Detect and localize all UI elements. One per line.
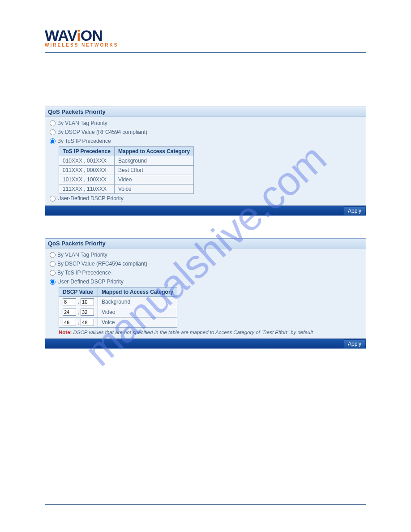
tos-cell: 111XXX , 110XXX bbox=[59, 184, 115, 194]
table-row: , Voice bbox=[59, 317, 177, 328]
radio-dscp-label: By DSCP Value (RFC4594 compliant) bbox=[57, 261, 147, 267]
tos-cell: 010XXX , 001XXX bbox=[59, 156, 115, 166]
radio-user-dscp[interactable] bbox=[50, 279, 56, 285]
dscp-input-a[interactable] bbox=[63, 319, 76, 326]
th-tos: ToS IP Precedence bbox=[59, 147, 115, 156]
dscp-input-b[interactable] bbox=[81, 298, 94, 305]
radio-vlan-priority[interactable] bbox=[50, 252, 56, 258]
radio-dscp-label: By DSCP Value (RFC4594 compliant) bbox=[57, 129, 147, 135]
dscp-inputs-cell: , bbox=[59, 297, 98, 307]
cat-cell: Video bbox=[114, 175, 193, 184]
logo-text-1: WAV bbox=[45, 27, 77, 44]
cat-cell: Background bbox=[98, 297, 177, 307]
radio-dscp-value[interactable] bbox=[50, 261, 56, 267]
dscp-input-a[interactable] bbox=[63, 309, 76, 316]
dscp-input-b[interactable] bbox=[81, 309, 94, 316]
radio-vlan-label: By VLAN Tag Priority bbox=[57, 252, 107, 258]
dscp-inputs-cell: , bbox=[59, 317, 98, 328]
tos-cell: 101XXX , 100XXX bbox=[59, 175, 115, 184]
radio-user-dscp[interactable] bbox=[50, 196, 56, 202]
dscp-input-b[interactable] bbox=[81, 319, 94, 326]
cat-cell: Background bbox=[114, 156, 193, 166]
apply-button[interactable]: Apply bbox=[344, 206, 365, 215]
radio-vlan-priority[interactable] bbox=[50, 120, 56, 126]
table-row: 011XXX , 000XXX Best Effort bbox=[59, 166, 194, 175]
note-label: Note: bbox=[59, 330, 72, 335]
radio-tos-label: By ToS IP Precedence bbox=[57, 270, 111, 276]
panel-title: QoS Packets Priority bbox=[45, 107, 366, 117]
th-category: Mapped to Access Category bbox=[114, 147, 193, 156]
table-row: , Background bbox=[59, 297, 177, 307]
th-dscp: DSCP Value bbox=[59, 287, 98, 297]
logo-brand: WAViON bbox=[45, 27, 366, 44]
radio-user-dscp-label: User-Defined DSCP Priority bbox=[57, 279, 124, 285]
tos-cell: 011XXX , 000XXX bbox=[59, 166, 115, 175]
radio-tos-label: By ToS IP Precedence bbox=[57, 138, 111, 144]
radio-dscp-value[interactable] bbox=[50, 129, 56, 135]
th-category: Mapped to Access Category bbox=[98, 287, 177, 297]
radio-tos-precedence[interactable] bbox=[50, 270, 56, 276]
table-row: , Video bbox=[59, 307, 177, 317]
wavion-logo: WAViON WIRELESS NETWORKS bbox=[45, 27, 366, 47]
dscp-user-table: DSCP Value Mapped to Access Category , B… bbox=[59, 287, 177, 328]
cat-cell: Voice bbox=[98, 317, 177, 328]
cat-cell: Voice bbox=[114, 184, 193, 194]
qos-panel-tos: QoS Packets Priority By VLAN Tag Priorit… bbox=[45, 107, 366, 216]
dscp-input-a[interactable] bbox=[63, 298, 76, 305]
table-row: 111XXX , 110XXX Voice bbox=[59, 184, 194, 194]
cat-cell: Video bbox=[98, 307, 177, 317]
qos-panel-userdscp: QoS Packets Priority By VLAN Tag Priorit… bbox=[45, 238, 366, 349]
radio-vlan-label: By VLAN Tag Priority bbox=[57, 120, 107, 126]
logo-text-i: i bbox=[77, 27, 80, 44]
header-divider bbox=[45, 52, 366, 53]
tos-precedence-table: ToS IP Precedence Mapped to Access Categ… bbox=[59, 146, 194, 194]
table-row: 101XXX , 100XXX Video bbox=[59, 175, 194, 184]
table-row: 010XXX , 001XXX Background bbox=[59, 156, 194, 166]
note-text: DSCP values that are not specified in th… bbox=[73, 330, 313, 335]
logo-subtitle: WIRELESS NETWORKS bbox=[45, 43, 366, 47]
logo-text-2: ON bbox=[81, 27, 103, 44]
dscp-note: Note: DSCP values that are not specified… bbox=[59, 328, 361, 336]
panel-title: QoS Packets Priority bbox=[45, 239, 366, 249]
radio-user-dscp-label: User-Defined DSCP Priority bbox=[57, 195, 124, 202]
cat-cell: Best Effort bbox=[114, 166, 193, 175]
footer-divider bbox=[45, 504, 366, 505]
radio-tos-precedence[interactable] bbox=[50, 138, 56, 144]
apply-button[interactable]: Apply bbox=[344, 339, 365, 348]
dscp-inputs-cell: , bbox=[59, 307, 98, 317]
